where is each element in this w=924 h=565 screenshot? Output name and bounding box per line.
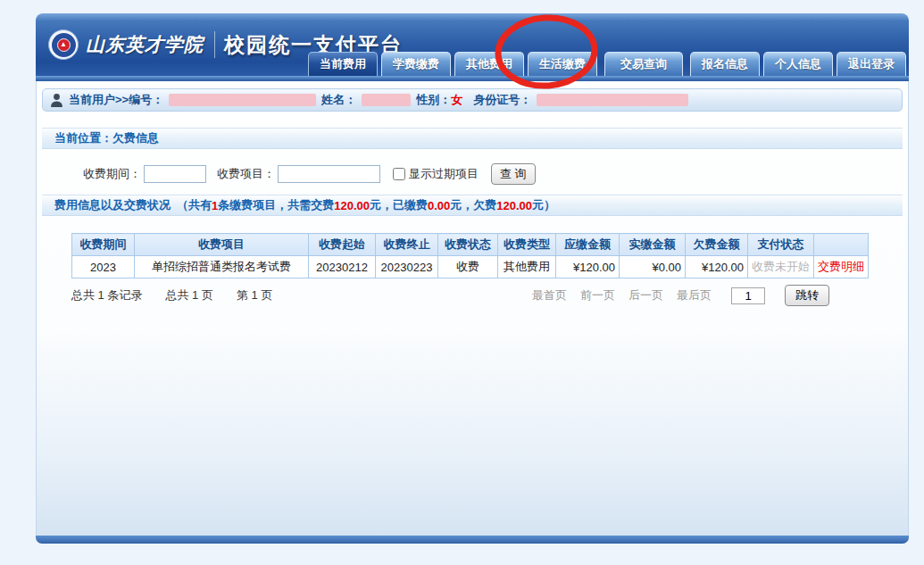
col-owed: 欠费金额 (686, 234, 748, 256)
page-number-input[interactable] (731, 287, 765, 304)
show-expired-label: 显示过期项目 (409, 166, 479, 182)
redacted-name (362, 94, 411, 106)
tab-tuition-payment[interactable]: 学费缴费 (381, 52, 451, 76)
col-end: 收费终止 (376, 234, 438, 256)
col-due: 应缴金额 (556, 234, 620, 256)
col-item: 收费项目 (135, 234, 309, 256)
fee-summary-text: （共有 (177, 197, 212, 213)
table-header-row: 收费期间 收费项目 收费起始 收费终止 收费状态 收费类型 应缴金额 实缴金额 … (72, 234, 869, 256)
current-user-bar: 当前用户>>编号： 姓名： 性别： 女 身份证号： (42, 88, 903, 112)
fee-owed: 120.00 (496, 199, 532, 212)
redacted-student-number (169, 94, 316, 106)
fee-paid: 0.00 (428, 199, 450, 212)
user-prefix-label: 当前用户>>编号： (69, 92, 163, 108)
period-label: 收费期间： (83, 166, 141, 182)
col-status: 收费状态 (438, 234, 498, 256)
logo-core: ▲ (57, 38, 71, 52)
fee-total: 120.00 (334, 199, 370, 212)
tab-registration-info[interactable]: 报名信息 (690, 52, 760, 76)
footer-bar (36, 536, 909, 544)
pagination: 总共 1 条记录 总共 1 页 第 1 页 最首页 前一页 后一页 最后页 跳转 (71, 285, 863, 306)
tab-transaction-query[interactable]: 交易查询 (604, 52, 683, 76)
col-start: 收费起始 (309, 234, 376, 256)
id-number-label: 身份证号： (473, 92, 531, 108)
school-logo-icon: ▲ (48, 29, 79, 60)
cell-item: 单招综招普通类报名考试费 (135, 256, 309, 278)
last-page-link[interactable]: 最后页 (677, 287, 712, 303)
payment-detail-link[interactable]: 交费明细 (814, 256, 869, 278)
header: ▲ 山东英才学院 校园统一支付平台 当前费用 学费缴费 其他费用 生活缴费 交易… (36, 13, 909, 76)
cell-pay-status: 收费未开始 (748, 256, 814, 278)
fee-summary-title: 费用信息以及交费状况 (54, 197, 171, 213)
col-pay-status: 支付状态 (748, 234, 814, 256)
period-input[interactable] (144, 165, 206, 183)
col-type: 收费类型 (498, 234, 556, 256)
cell-owed: ¥120.00 (686, 256, 748, 278)
cell-paid: ¥0.00 (620, 256, 686, 278)
current-page-text: 第 1 页 (237, 287, 272, 303)
cell-start: 20230212 (309, 256, 376, 278)
col-paid: 实缴金额 (620, 234, 686, 256)
fee-summary-text: 元） (532, 197, 555, 213)
total-records-text: 总共 1 条记录 (71, 287, 142, 303)
show-expired-checkbox[interactable] (393, 168, 405, 180)
payment-platform-window: ▲ 山东英才学院 校园统一支付平台 当前费用 学费缴费 其他费用 生活缴费 交易… (36, 13, 909, 544)
school-name: 山东英才学院 (86, 32, 204, 57)
cell-due: ¥120.00 (556, 256, 620, 278)
total-pages-text: 总共 1 页 (165, 287, 212, 303)
cell-type: 其他费用 (498, 256, 556, 278)
jump-button[interactable]: 跳转 (785, 285, 829, 306)
tab-personal-info[interactable]: 个人信息 (763, 52, 833, 76)
fee-summary-text: 元，已缴费 (370, 197, 428, 213)
redacted-id-number (537, 94, 688, 106)
gender-value: 女 (451, 92, 462, 108)
logo-ring: ▲ (52, 33, 76, 57)
item-input[interactable] (278, 165, 380, 183)
query-button[interactable]: 查 询 (491, 163, 536, 185)
item-label: 收费项目： (217, 166, 275, 182)
cell-period: 2023 (72, 256, 135, 278)
fee-summary-text: 元，欠费 (450, 197, 496, 213)
gender-label: 性别： (416, 92, 451, 108)
col-period: 收费期间 (72, 234, 135, 256)
next-page-link[interactable]: 后一页 (628, 287, 663, 303)
fee-table: 收费期间 收费项目 收费起始 收费终止 收费状态 收费类型 应缴金额 实缴金额 … (71, 233, 869, 278)
first-page-link[interactable]: 最首页 (532, 287, 567, 303)
brand-divider (214, 31, 215, 58)
prev-page-link[interactable]: 前一页 (580, 287, 615, 303)
nav-tabs: 当前费用 学费缴费 其他费用 生活缴费 交易查询 报名信息 个人信息 退出登录 (304, 52, 906, 76)
name-label: 姓名： (321, 92, 356, 108)
col-detail (814, 234, 869, 256)
tab-logout[interactable]: 退出登录 (837, 52, 906, 76)
pager-controls: 最首页 前一页 后一页 最后页 跳转 (519, 285, 863, 306)
tab-living-payment[interactable]: 生活缴费 (528, 52, 597, 76)
current-location-text: 当前位置：欠费信息 (54, 130, 159, 146)
cell-end: 20230223 (376, 256, 438, 278)
tab-current-fees[interactable]: 当前费用 (308, 52, 378, 76)
tab-other-fees[interactable]: 其他费用 (454, 52, 524, 76)
breadcrumb: 当前位置：欠费信息 (42, 128, 903, 149)
table-row: 2023 单招综招普通类报名考试费 20230212 20230223 收费 其… (72, 256, 869, 278)
fee-summary-bar: 费用信息以及交费状况 （共有 1 条缴费项目，共需交费 120.00 元，已缴费… (42, 195, 903, 216)
user-icon (50, 93, 63, 108)
main-content: 当前用户>>编号： 姓名： 性别： 女 身份证号： 当前位置：欠费信息 收费期间… (36, 81, 909, 536)
fee-summary-text: 条缴费项目，共需交费 (218, 197, 334, 213)
search-form: 收费期间： 收费项目： 显示过期项目 查 询 (83, 163, 903, 185)
cell-status: 收费 (438, 256, 498, 278)
